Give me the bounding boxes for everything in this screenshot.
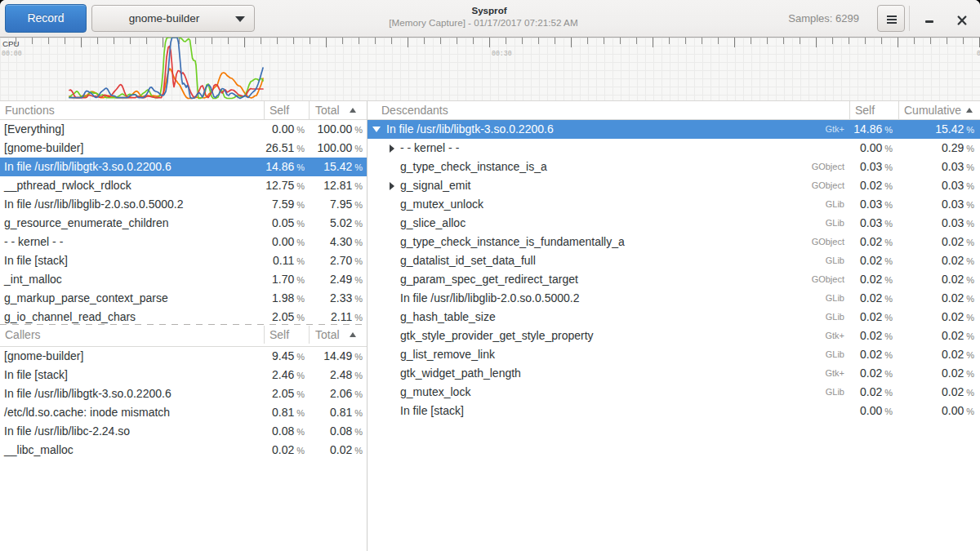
svg-text:00:30: 00:30: [492, 50, 512, 57]
svg-text:01:00: 01:00: [977, 50, 980, 57]
svg-text:00:00: 00:00: [2, 50, 22, 57]
svg-text:CPU: CPU: [2, 39, 20, 48]
